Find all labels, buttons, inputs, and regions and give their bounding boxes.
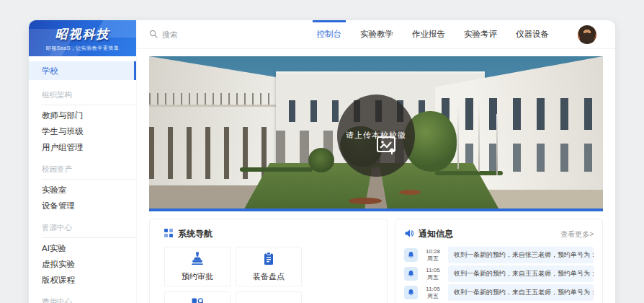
upload-school-badge-button[interactable]: 请上传本校校徽: [337, 95, 415, 177]
brand-tagline: 昭视SaaS，让实验教学更简单: [29, 45, 136, 52]
card-header: 系统导航: [164, 227, 372, 247]
card-title: 系统导航: [178, 228, 213, 240]
tile-equipment-inventory[interactable]: 装备盘点: [236, 247, 302, 286]
notification-row: 11:05 周五 收到一条新的预约，来自王五老师，预约单号为：Y-0056，请尽…: [404, 284, 594, 301]
stamp-icon: [189, 251, 205, 268]
tab-experiment-assessment[interactable]: 实验考评: [462, 20, 498, 49]
notification-message[interactable]: 收到一条新的预约，来自王五老师，预约单号为：Y-0056，请尽快处理。: [448, 265, 594, 282]
brand-title: 昭视科技: [29, 26, 136, 43]
notification-card: 通知信息 查看更多> 10:28 周五 收到一条新的预约，: [395, 219, 603, 303]
tab-experiment-teaching[interactable]: 实验教学: [359, 20, 395, 49]
brand-logo[interactable]: 昭视科技 昭视SaaS，让实验教学更简单: [29, 20, 136, 56]
cards-row: 系统导航 预约审批 装备盘点: [149, 219, 603, 303]
bell-icon: [404, 248, 418, 262]
tile-label: 预约审批: [182, 271, 213, 282]
sidebar-item-teachers-departments[interactable]: 教师与部门: [29, 108, 136, 123]
tab-instruments[interactable]: 仪器设备: [514, 20, 550, 49]
notification-time: 10:28 周五: [422, 248, 444, 262]
sidebar-item-licensed-courses[interactable]: 版权课程: [29, 273, 136, 287]
notification-row: 10:28 周五 收到一条新的预约，来自张三老师，预约单号为：Y-0044，请尽…: [404, 247, 594, 263]
top-bar: 控制台 实验教学 作业报告 实验考评 仪器设备: [137, 20, 615, 49]
sidebar-item-laboratory[interactable]: 实验室: [29, 183, 136, 197]
sidebar-item-students-classes[interactable]: 学生与班级: [29, 124, 136, 139]
divider: [42, 179, 136, 180]
tab-homework-report[interactable]: 作业报告: [411, 20, 447, 49]
bell-icon: [404, 286, 418, 299]
bell-icon: [404, 267, 418, 281]
notification-time: 11:05 周五: [422, 267, 444, 281]
sidebar-section-billing: 费用中心: [29, 289, 136, 303]
clipboard-icon: [261, 251, 277, 268]
system-navigation-card: 系统导航 预约审批 装备盘点: [149, 219, 388, 303]
tile-label: 装备盘点: [253, 271, 285, 282]
search-icon: [149, 28, 158, 41]
sidebar: 学校 组织架构 教师与部门 学生与班级 用户组管理 校园资产 实验室 设备管理 …: [29, 56, 136, 303]
card-header: 通知信息 查看更多>: [404, 227, 594, 247]
main-column: 控制台 实验教学 作业报告 实验考评 仪器设备: [137, 20, 615, 303]
sidebar-item-device-management[interactable]: 设备管理: [29, 198, 136, 213]
tab-console[interactable]: 控制台: [316, 20, 344, 49]
user-avatar[interactable]: [578, 25, 596, 44]
sidebar-section-resources: 资源中心: [29, 214, 136, 235]
left-column: 昭视科技 昭视SaaS，让实验教学更简单 学校 组织架构 教师与部门 学生与班级…: [29, 20, 137, 303]
grid-icon: [164, 229, 173, 240]
nav-tiles: 预约审批 装备盘点 装备查询: [164, 247, 372, 303]
upload-label: 请上传本校校徽: [346, 130, 406, 141]
divider: [42, 105, 136, 105]
campus-photo-banner: 请上传本校校徽: [149, 56, 603, 211]
tile-partial-1[interactable]: [236, 291, 302, 303]
search-blocks-icon: [189, 296, 205, 303]
desktop-background: { "colors": { "accent": "#2E6BD8", "logo…: [0, 0, 644, 303]
sidebar-section-org: 组织架构: [29, 82, 136, 102]
campus-tree: [308, 148, 334, 172]
card-title: 通知信息: [419, 228, 453, 240]
search-input[interactable]: [162, 30, 249, 39]
view-more-link[interactable]: 查看更多>: [560, 229, 594, 240]
sidebar-section-campus-assets: 校园资产: [29, 156, 136, 177]
sidebar-item-virtual-experiment[interactable]: 虚拟实验: [29, 257, 136, 271]
notification-list: 10:28 周五 收到一条新的预约，来自张三老师，预约单号为：Y-0044，请尽…: [404, 247, 594, 303]
sidebar-item-school[interactable]: 学校: [29, 61, 136, 80]
search-box[interactable]: [149, 28, 249, 41]
sidebar-item-ai-experiment[interactable]: AI实验: [29, 241, 136, 255]
sidebar-item-user-groups[interactable]: 用户组管理: [29, 140, 136, 154]
tile-reservation-approval[interactable]: 预约审批: [164, 247, 231, 286]
app-window: 昭视科技 昭视SaaS，让实验教学更简单 学校 组织架构 教师与部门 学生与班级…: [29, 20, 615, 303]
notification-time: 11:05 周五: [422, 286, 444, 299]
tile-equipment-search[interactable]: 装备查询: [164, 291, 231, 303]
speaker-icon: [404, 229, 413, 240]
notification-message[interactable]: 收到一条新的预约，来自王五老师，预约单号为：Y-0056，请尽快处理。: [448, 284, 594, 301]
notification-message[interactable]: 收到一条新的预约，来自张三老师，预约单号为：Y-0044，请尽快处理。: [448, 247, 594, 263]
notification-row: 11:05 周五 收到一条新的预约，来自王五老师，预约单号为：Y-0056，请尽…: [404, 265, 594, 282]
divider: [42, 237, 136, 238]
content-area: 请上传本校校徽 系统导航: [137, 49, 615, 303]
top-nav-tabs: 控制台 实验教学 作业报告 实验考评 仪器设备: [316, 20, 551, 49]
